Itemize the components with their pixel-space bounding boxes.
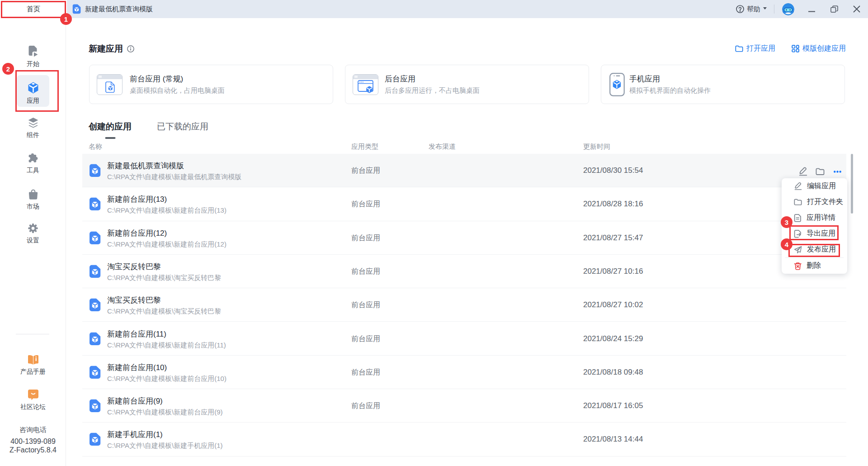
table-row[interactable]: 新建前台应用(9) C:\RPA文件\自建模板\新建前台应用(9) 前台应用 2… [82, 389, 846, 423]
menu-item-label: 打开文件夹 [807, 197, 843, 207]
restore-button[interactable] [823, 0, 845, 18]
card-title: 后台应用 [385, 74, 480, 84]
menu-item-open-folder[interactable]: 打开文件夹 [782, 194, 847, 210]
tab-label: 已下载的应用 [157, 122, 208, 131]
sidebar-item-settings[interactable]: 设置 [0, 223, 66, 243]
menu-item-label: 编辑应用 [807, 181, 836, 191]
chevron-down-icon [763, 7, 767, 10]
robot-avatar-icon [782, 3, 794, 15]
card-background-app[interactable]: 后台应用 后台多应用运行，不占电脑桌面 [345, 65, 589, 104]
create-from-template-link[interactable]: 模版创建应用 [792, 44, 846, 53]
table-row[interactable]: 新建前台应用(12) C:\RPA文件\自建模板\新建前台应用(12) 前台应用… [82, 221, 846, 255]
app-name: 新建手机应用(1) [107, 430, 163, 440]
sidebar-link-manual[interactable]: 产品手册 [0, 355, 66, 375]
tab-document[interactable]: 新建最低机票查询模版 [72, 0, 153, 18]
app-path: C:\RPA文件\自建模板\新建前台应用(11) [107, 341, 226, 349]
app-updated: 2021/08/30 15:54 [583, 166, 643, 175]
app-path: C:\RPA文件\自建模板\新建前台应用(10) [107, 374, 226, 383]
table-row[interactable]: 新建最低机票查询模版 C:\RPA文件\自建模板\新建最低机票查询模版 前台应用… [82, 154, 846, 187]
sidebar-item-components[interactable]: 组件 [0, 117, 66, 138]
table-row[interactable]: 新建前台应用(10) C:\RPA文件\自建模板\新建前台应用(10) 前台应用… [82, 356, 846, 389]
window-titlebar: 首页 新建最低机票查询模版 帮助 [0, 0, 868, 18]
app-updated: 2021/08/27 15:47 [583, 233, 643, 243]
minimize-button[interactable] [800, 0, 823, 18]
shopping-bag-icon [28, 189, 39, 200]
card-mobile-app[interactable]: 手机应用 模拟手机界面的自动化操作 [601, 65, 845, 104]
folder-icon [794, 198, 802, 206]
sidebar-item-label: 工具 [27, 167, 39, 173]
card-desktop-app[interactable]: 前台应用 (常规) 桌面模拟自动化，占用电脑桌面 [89, 65, 333, 104]
app-name: 淘宝买反转巴黎 [107, 262, 161, 272]
tab-home[interactable]: 首页 [0, 0, 67, 18]
app-path: C:\RPA文件\自建模板\淘宝买反转巴黎 [107, 273, 221, 282]
list-tabs: 创建的应用 已下载的应用 [89, 121, 208, 139]
column-header-type: 应用类型 [351, 143, 378, 152]
card-desc: 模拟手机界面的自动化操作 [629, 86, 711, 95]
start-icon [28, 45, 39, 57]
sidebar-link-community[interactable]: 社区论坛 [0, 389, 66, 410]
puzzle-icon [27, 152, 39, 164]
sidebar-link-label: 产品手册 [20, 368, 46, 375]
close-button[interactable] [845, 0, 868, 18]
browser-cube-icon [358, 80, 373, 93]
app-file-icon [89, 366, 101, 381]
avatar[interactable] [782, 3, 794, 15]
app-updated: 2021/08/27 10:02 [583, 300, 643, 309]
menu-item-export-app[interactable]: 导出应用 [782, 226, 847, 242]
app-updated: 2021/08/17 16:05 [583, 401, 643, 410]
open-app-label: 打开应用 [746, 44, 775, 53]
tab-created-apps[interactable]: 创建的应用 [89, 121, 132, 139]
paper-plane-icon [794, 246, 802, 253]
app-name: 新建前台应用(9) [107, 396, 163, 406]
phone-label: 咨询电话 [0, 426, 66, 434]
table-row[interactable]: 新建前台应用(11) C:\RPA文件\自建模板\新建前台应用(11) 前台应用… [82, 322, 846, 356]
table-row[interactable]: 淘宝买反转巴黎 C:\RPA文件\自建模板\淘宝买反转巴黎 前台应用 2021/… [82, 288, 846, 322]
app-updated: 2021/08/24 15:29 [583, 334, 643, 343]
app-file-icon [89, 399, 101, 414]
more-actions-button[interactable] [832, 166, 842, 176]
blue-file-icon [105, 81, 115, 93]
table-row[interactable]: 新建前台应用(13) C:\RPA文件\自建模板\新建前台应用(13) 前台应用… [82, 187, 846, 221]
create-from-template-label: 模版创建应用 [802, 44, 846, 53]
open-folder-button[interactable] [815, 166, 825, 176]
pencil-icon [794, 182, 802, 190]
titlebar-divider [774, 5, 774, 14]
tab-downloaded-apps[interactable]: 已下载的应用 [157, 121, 208, 139]
document-icon [794, 214, 802, 222]
card-title: 手机应用 [629, 74, 711, 84]
menu-item-label: 应用详情 [807, 213, 835, 223]
mobile-app-icon [609, 73, 625, 96]
help-menu[interactable]: 帮助 [736, 5, 767, 14]
table-row[interactable]: 淘宝买反转巴黎 C:\RPA文件\自建模板\淘宝买反转巴黎 前台应用 2021/… [82, 255, 846, 288]
app-file-icon [89, 197, 101, 213]
annotation-badge-4: 4 [781, 238, 793, 250]
menu-item-delete-app[interactable]: 删除 [782, 258, 847, 274]
sidebar-item-apps[interactable]: 应用 [0, 81, 66, 104]
sidebar-item-label: 组件 [27, 132, 39, 138]
sidebar-item-label: 设置 [27, 237, 39, 243]
open-app-link[interactable]: 打开应用 [735, 44, 775, 53]
trash-icon [794, 262, 802, 270]
app-name: 新建最低机票查询模版 [107, 161, 184, 171]
app-type: 前台应用 [351, 334, 380, 344]
sidebar-item-tools[interactable]: 工具 [0, 152, 66, 173]
app-path: C:\RPA文件\自建模板\新建前台应用(9) [107, 408, 223, 416]
app-updated: 2021/08/13 14:44 [583, 435, 643, 444]
scrollbar-thumb[interactable] [851, 154, 853, 214]
tab-document-label: 新建最低机票查询模版 [85, 5, 153, 14]
open-folder-icon [735, 45, 743, 52]
menu-item-edit-app[interactable]: 编辑应用 [782, 178, 847, 194]
edit-app-button[interactable] [798, 166, 808, 176]
app-path: C:\RPA文件\自建模板\新建最低机票查询模版 [107, 172, 241, 181]
sidebar-item-market[interactable]: 市场 [0, 189, 66, 209]
app-version: Z-Factory5.8.4 [0, 446, 66, 454]
gear-icon [27, 223, 39, 234]
help-icon [736, 5, 744, 13]
column-header-channel: 发布渠道 [429, 143, 456, 152]
annotation-badge-3: 3 [781, 216, 793, 228]
column-header-updated: 更新时间 [583, 143, 610, 152]
table-row[interactable]: 新建手机应用(1) C:\RPA文件\自建模板\新建手机应用(1) 2021/0… [82, 423, 846, 456]
info-icon[interactable] [127, 45, 134, 52]
pencil-icon [798, 167, 807, 176]
ellipsis-icon [834, 171, 841, 173]
